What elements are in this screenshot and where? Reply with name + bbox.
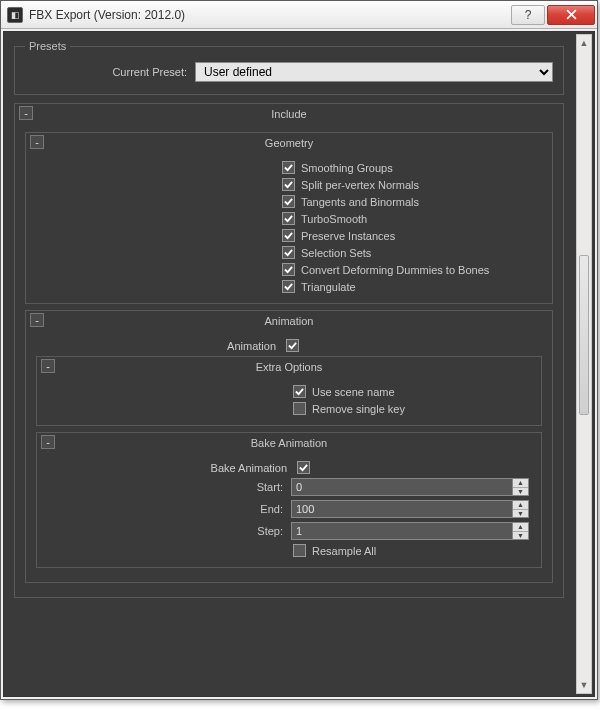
current-preset-select[interactable]: User defined	[195, 62, 553, 82]
geometry-option-row: Preserve Instances	[36, 227, 542, 244]
chevron-up-icon: ▲	[513, 501, 528, 510]
dialog-window: ◧ FBX Export (Version: 2012.0) ? Presets…	[0, 0, 598, 700]
bake-animation-section: - Bake Animation Bake Animation	[36, 432, 542, 568]
chevron-down-icon: ▼	[513, 510, 528, 518]
geometry-option-row: Tangents and Binormals	[36, 193, 542, 210]
extra-title: Extra Options	[37, 361, 541, 373]
bake-toggle-label: Bake Animation	[47, 462, 291, 474]
start-field[interactable]	[291, 478, 513, 496]
start-label: Start:	[47, 481, 291, 493]
extra-option-row: Remove single key	[47, 400, 531, 417]
animation-title: Animation	[26, 315, 552, 327]
animation-checkbox[interactable]	[286, 339, 299, 352]
end-spinner[interactable]: ▲▼	[513, 500, 529, 518]
geometry-checkbox[interactable]	[282, 195, 295, 208]
geometry-option-label: Preserve Instances	[301, 230, 395, 242]
geometry-option-row: Triangulate	[36, 278, 542, 295]
geometry-option-row: Selection Sets	[36, 244, 542, 261]
geometry-checkbox[interactable]	[282, 229, 295, 242]
end-label: End:	[47, 503, 291, 515]
geometry-option-label: Split per-vertex Normals	[301, 179, 419, 191]
geometry-checkbox[interactable]	[282, 161, 295, 174]
animation-toggle-label: Animation	[36, 340, 280, 352]
geometry-checkbox[interactable]	[282, 212, 295, 225]
include-collapse-toggle[interactable]: -	[19, 106, 33, 120]
geometry-option-label: Triangulate	[301, 281, 356, 293]
window-title: FBX Export (Version: 2012.0)	[29, 8, 511, 22]
app-icon: ◧	[7, 7, 23, 23]
resample-all-checkbox[interactable]	[293, 544, 306, 557]
geometry-collapse-toggle[interactable]: -	[30, 135, 44, 149]
titlebar[interactable]: ◧ FBX Export (Version: 2012.0) ?	[1, 1, 597, 29]
extra-option-checkbox[interactable]	[293, 402, 306, 415]
chevron-down-icon: ▼	[513, 488, 528, 496]
geometry-title: Geometry	[26, 137, 552, 149]
extra-option-row: Use scene name	[47, 383, 531, 400]
extra-collapse-toggle[interactable]: -	[41, 359, 55, 373]
geometry-option-label: Selection Sets	[301, 247, 371, 259]
geometry-checkbox[interactable]	[282, 280, 295, 293]
bake-animation-checkbox[interactable]	[297, 461, 310, 474]
step-label: Step:	[47, 525, 291, 537]
animation-collapse-toggle[interactable]: -	[30, 313, 44, 327]
scrollbar-thumb[interactable]	[579, 255, 589, 415]
resample-all-label: Resample All	[312, 545, 376, 557]
bake-collapse-toggle[interactable]: -	[41, 435, 55, 449]
geometry-option-label: TurboSmooth	[301, 213, 367, 225]
geometry-checkbox[interactable]	[282, 246, 295, 259]
extra-option-checkbox[interactable]	[293, 385, 306, 398]
start-spinner[interactable]: ▲▼	[513, 478, 529, 496]
extra-option-label: Remove single key	[312, 403, 405, 415]
bake-title: Bake Animation	[37, 437, 541, 449]
scroll-down-arrow[interactable]: ▼	[577, 677, 591, 693]
include-title: Include	[15, 108, 563, 120]
geometry-section: - Geometry Smoothing GroupsSplit per-ver…	[25, 132, 553, 304]
end-field[interactable]	[291, 500, 513, 518]
geometry-checkbox[interactable]	[282, 263, 295, 276]
geometry-option-label: Smoothing Groups	[301, 162, 393, 174]
vertical-scrollbar[interactable]: ▲ ▼	[576, 34, 592, 694]
extra-options-section: - Extra Options Use scene nameRemove sin…	[36, 356, 542, 426]
scroll-area: Presets Current Preset: User defined - I…	[3, 31, 595, 697]
close-icon	[566, 9, 577, 20]
chevron-down-icon: ▼	[513, 532, 528, 540]
step-spinner[interactable]: ▲▼	[513, 522, 529, 540]
geometry-option-row: Smoothing Groups	[36, 159, 542, 176]
geometry-option-row: TurboSmooth	[36, 210, 542, 227]
close-button[interactable]	[547, 5, 595, 25]
include-section: - Include - Geometry Smoothing GroupsSpl…	[14, 103, 564, 598]
current-preset-label: Current Preset:	[25, 66, 195, 78]
presets-legend: Presets	[25, 40, 70, 52]
presets-group: Presets Current Preset: User defined	[14, 40, 564, 95]
chevron-up-icon: ▲	[513, 523, 528, 532]
geometry-option-row: Split per-vertex Normals	[36, 176, 542, 193]
animation-section: - Animation Animation -	[25, 310, 553, 583]
step-field[interactable]	[291, 522, 513, 540]
extra-option-label: Use scene name	[312, 386, 395, 398]
geometry-option-label: Convert Deforming Dummies to Bones	[301, 264, 489, 276]
geometry-option-label: Tangents and Binormals	[301, 196, 419, 208]
geometry-checkbox[interactable]	[282, 178, 295, 191]
help-button[interactable]: ?	[511, 5, 545, 25]
geometry-option-row: Convert Deforming Dummies to Bones	[36, 261, 542, 278]
chevron-up-icon: ▲	[513, 479, 528, 488]
scroll-up-arrow[interactable]: ▲	[577, 35, 591, 51]
